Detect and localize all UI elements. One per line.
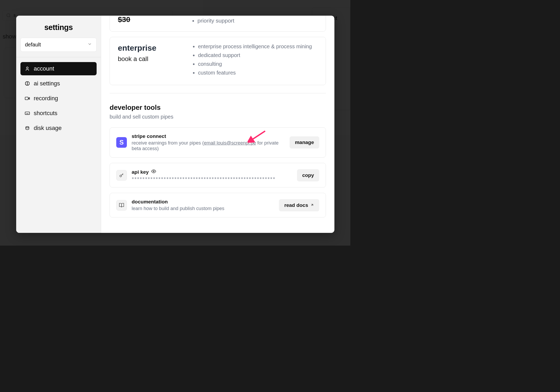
plan-feature-item: consulting	[198, 61, 312, 67]
section-title: developer tools	[110, 103, 326, 112]
plan-cta[interactable]: book a call	[118, 55, 187, 63]
card-title: documentation	[132, 199, 274, 205]
svg-point-2	[27, 67, 28, 69]
plan-name: enterprise	[118, 43, 187, 53]
sidebar-title: settings	[20, 23, 97, 32]
chevron-down-icon	[87, 42, 92, 48]
sidebar-item-label: shortcuts	[34, 110, 57, 117]
sidebar-item-label: disk usage	[34, 125, 62, 132]
manage-button[interactable]: manage	[290, 136, 319, 149]
api-key-card: api key ********************************…	[110, 163, 326, 188]
sidebar-item-account[interactable]: account	[20, 62, 97, 75]
plan-feature-item: priority support	[197, 18, 318, 24]
svg-rect-5	[25, 112, 30, 115]
user-icon	[25, 66, 30, 71]
plan-feature-item: custom features	[198, 70, 312, 76]
settings-modal: settings default account ai settings	[16, 16, 334, 233]
sidebar-item-recording[interactable]: recording	[20, 92, 97, 105]
svg-line-15	[311, 204, 313, 206]
svg-point-14	[153, 171, 154, 172]
eye-icon[interactable]	[151, 169, 156, 175]
profile-dropdown[interactable]: default	[20, 38, 97, 52]
section-subtitle: build and sell custom pipes	[110, 114, 326, 120]
plan-feature-item: dedicated support	[198, 52, 312, 58]
stripe-connect-card: S stripe connect receive earnings from y…	[110, 127, 326, 158]
settings-main: $30 priority support enterprise book a c…	[101, 16, 334, 233]
external-link-icon	[310, 202, 314, 208]
video-icon	[25, 96, 30, 101]
sidebar-divider	[16, 57, 101, 57]
brain-icon	[25, 81, 30, 86]
card-description: receive earnings from your pipes (email …	[132, 140, 285, 151]
dropdown-value: default	[25, 42, 41, 48]
disk-icon	[25, 125, 30, 131]
svg-line-13	[122, 174, 123, 175]
sidebar-item-label: recording	[34, 95, 58, 102]
card-description: learn how to build and publish custom pi…	[132, 206, 274, 211]
section-divider	[110, 93, 326, 93]
svg-rect-3	[25, 97, 28, 100]
key-icon	[116, 170, 127, 181]
plan-card-enterprise: enterprise book a call enterprise proces…	[110, 37, 326, 85]
sidebar-item-shortcuts[interactable]: shortcuts	[20, 107, 97, 120]
plan-feature-list: priority support	[197, 18, 318, 24]
settings-sidebar: settings default account ai settings	[16, 16, 101, 233]
plan-card-pro: $30 priority support	[110, 16, 326, 32]
sidebar-item-label: account	[34, 65, 54, 72]
sidebar-item-ai-settings[interactable]: ai settings	[20, 77, 97, 90]
read-docs-button[interactable]: read docs	[279, 199, 319, 211]
stripe-icon: S	[116, 137, 127, 148]
sidebar-item-disk-usage[interactable]: disk usage	[20, 121, 97, 135]
documentation-card: documentation learn how to build and pub…	[110, 193, 326, 217]
sidebar-item-label: ai settings	[34, 80, 60, 87]
card-title: api key	[132, 169, 292, 175]
plan-feature-list: enterprise process intelligence & proces…	[192, 43, 312, 79]
keyboard-icon	[25, 111, 30, 116]
email-link[interactable]: email louis@screenpi.pe	[204, 140, 256, 146]
api-key-masked: ****************************************…	[132, 177, 292, 181]
copy-button[interactable]: copy	[297, 169, 319, 181]
card-title: stripe connect	[132, 133, 285, 139]
book-icon	[116, 200, 127, 211]
plan-feature-item: enterprise process intelligence & proces…	[198, 43, 312, 50]
